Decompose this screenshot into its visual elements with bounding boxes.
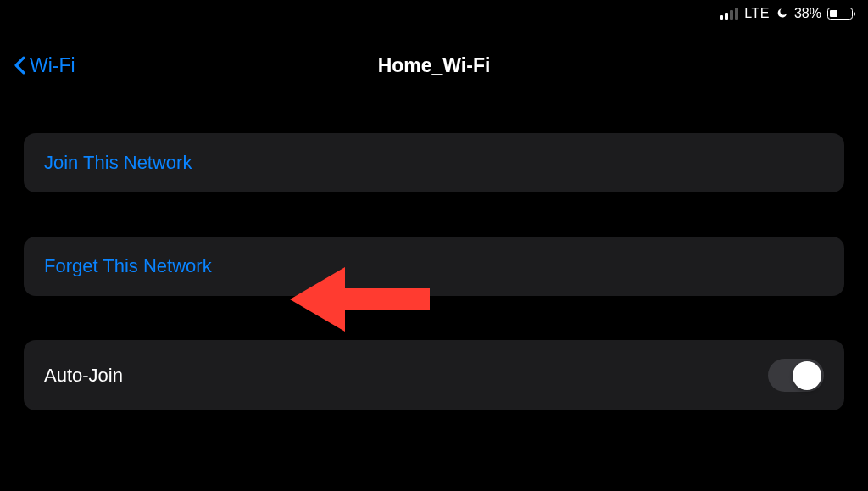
back-button[interactable]: Wi-Fi bbox=[14, 54, 75, 77]
page-title: Home_Wi-Fi bbox=[378, 54, 491, 77]
battery-percent-label: 38% bbox=[794, 6, 821, 21]
content-area: Join This Network Forget This Network Au… bbox=[0, 95, 868, 410]
battery-icon bbox=[827, 8, 853, 20]
forget-network-label: Forget This Network bbox=[44, 255, 212, 277]
forget-network-button[interactable]: Forget This Network bbox=[24, 237, 844, 296]
auto-join-label: Auto-Join bbox=[44, 365, 123, 387]
signal-strength-icon bbox=[720, 8, 738, 20]
back-label: Wi-Fi bbox=[30, 54, 75, 77]
status-bar: LTE 38% bbox=[0, 0, 868, 27]
chevron-left-icon bbox=[14, 56, 26, 75]
join-network-label: Join This Network bbox=[44, 152, 192, 174]
do-not-disturb-icon bbox=[776, 8, 788, 20]
carrier-label: LTE bbox=[744, 6, 770, 21]
battery-fill bbox=[830, 10, 837, 17]
navigation-bar: Wi-Fi Home_Wi-Fi bbox=[0, 27, 868, 95]
auto-join-row: Auto-Join bbox=[24, 340, 844, 410]
join-network-button[interactable]: Join This Network bbox=[24, 133, 844, 192]
auto-join-toggle[interactable] bbox=[768, 359, 824, 392]
toggle-knob bbox=[793, 361, 821, 390]
